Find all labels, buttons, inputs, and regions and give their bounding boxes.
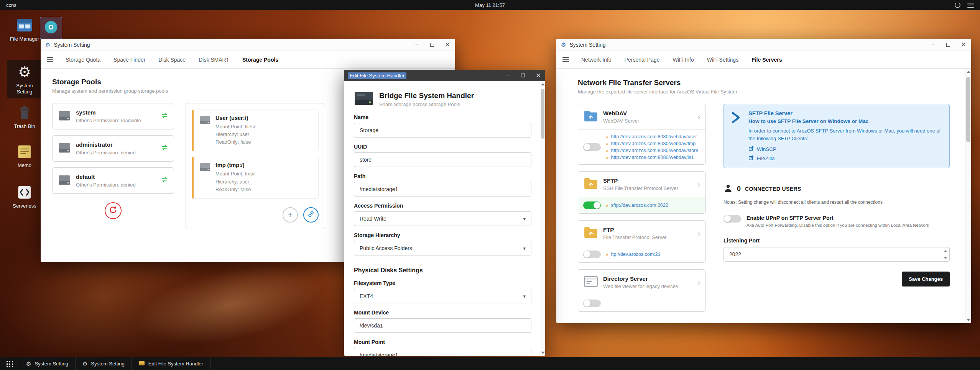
taskbar-separator [210, 357, 210, 370]
fs-handler-row[interactable]: tmp (tmp:/) Mount Point: tmp/ Hierarchy:… [192, 157, 319, 198]
close-button[interactable]: ✕ [535, 72, 541, 79]
refresh-pools-button[interactable] [105, 202, 122, 219]
tab-wifi-info[interactable]: WiFi Info [667, 51, 699, 68]
filesystem-type-select[interactable]: EXT4▾ [354, 289, 531, 303]
server-card-header[interactable]: WebDAV WebDAV Server › [578, 104, 705, 129]
gear-icon: ⚙ [45, 42, 50, 47]
storage-pool-row[interactable]: system Other's Permission: readwrite [52, 103, 174, 129]
titlebar[interactable]: ⚙ System Setting − ✕ [41, 39, 455, 51]
server-card-header[interactable]: SFTP SSH File Transfer Protocol Server › [578, 172, 705, 197]
tab-network-info[interactable]: Network Info [576, 51, 617, 68]
titlebar[interactable]: Edit File System Handler − ✕ [344, 70, 545, 81]
sidebar-toggle-icon[interactable] [47, 57, 53, 62]
save-changes-button[interactable]: Save Changes [902, 272, 950, 287]
tab-disk-smart[interactable]: Disk SMART [193, 51, 235, 68]
scrollbar-thumb[interactable] [966, 77, 970, 142]
scroll-down-icon[interactable] [541, 352, 545, 354]
desktop-icon-file-manager[interactable]: File Manager [8, 17, 41, 42]
desktop-icon-system-setting[interactable]: ⚙ System Setting [7, 60, 42, 98]
system-menu-icon[interactable] [967, 3, 974, 8]
app-launcher-icon[interactable] [6, 360, 13, 367]
minimize-button[interactable]: − [930, 42, 936, 48]
upnp-label: Enable UPnP on SFTP Server Port [747, 215, 929, 221]
maximize-button[interactable] [429, 42, 435, 48]
bridge-fs-handler-button[interactable] [303, 207, 319, 223]
desktop-icon-trash-bin[interactable]: Trash Bin [8, 104, 41, 129]
maximize-button[interactable] [520, 72, 526, 79]
desktop-icon-memo[interactable]: Memo [8, 143, 41, 169]
uuid-input[interactable]: store [354, 152, 531, 167]
sync-icon[interactable] [161, 177, 168, 185]
fs-handler-hierarchy: Hierarchy: user [215, 178, 255, 186]
sync-icon[interactable] [161, 144, 168, 152]
desktop-icon-serverless[interactable]: Serverless [8, 184, 41, 209]
external-link-icon [748, 146, 754, 152]
webdav-url[interactable]: http://dev.arozos.com:8080/webdav/user [611, 134, 697, 139]
upnp-toggle[interactable] [723, 215, 741, 223]
storage-pool-row[interactable]: administrator Other's Permission: denied [52, 135, 174, 162]
loading-spinner-icon[interactable] [955, 2, 960, 8]
close-button[interactable]: ✕ [960, 42, 967, 48]
webdav-toggle[interactable] [583, 143, 601, 151]
access-permission-select[interactable]: Read Write▾ [354, 211, 531, 226]
add-fs-handler-button[interactable]: + [283, 207, 298, 223]
tab-wifi-settings[interactable]: WiFi Settings [702, 51, 744, 68]
settings-tabbar: Storage Quota Space Finder Disk Space Di… [41, 51, 455, 69]
titlebar[interactable]: ⚙ System Setting − ✕ [556, 39, 971, 51]
taskbar-item-edit-fs-handler[interactable]: Edit File System Handler [132, 357, 210, 370]
tab-space-finder[interactable]: Space Finder [108, 51, 151, 68]
ftp-toggle[interactable] [583, 250, 601, 258]
directory-server-icon [584, 275, 598, 289]
listening-port-input[interactable]: 2022 [723, 247, 950, 262]
name-input[interactable]: Storage [354, 123, 531, 138]
sftp-toggle[interactable] [583, 201, 601, 209]
client-link-filezilla[interactable]: FileZilla [748, 155, 942, 162]
fs-handler-row[interactable]: User (user:/) Mount Point: files/ Hierar… [192, 110, 319, 151]
sidebar-toggle-icon[interactable] [562, 57, 569, 62]
webdav-url[interactable]: http://dev.arozos.com:8080/webdav/store [611, 148, 699, 153]
minimize-button[interactable]: − [505, 72, 511, 79]
storage-pool-row[interactable]: default Other's Permission: denied [52, 167, 174, 194]
mount-point-input[interactable]: /media/storage1 [354, 348, 531, 356]
webdav-url[interactable]: http://dev.arozos.com:8080/webdav/ls1 [611, 155, 694, 160]
tab-personal-page[interactable]: Personal Page [619, 51, 665, 68]
close-button[interactable]: ✕ [444, 42, 451, 48]
maximize-button[interactable] [945, 42, 951, 48]
drive-icon [139, 360, 145, 367]
client-link-winscp[interactable]: WinSCP [748, 146, 942, 152]
server-card-header[interactable]: FTP File Transfer Protocol Server › [578, 221, 705, 246]
taskbar: ⚙ System Setting ⚙ System Setting Edit F… [0, 357, 980, 370]
hard-drive-icon [199, 115, 211, 146]
minimize-button[interactable]: − [414, 42, 420, 48]
stepper-up-icon[interactable] [944, 250, 947, 252]
tab-storage-quota[interactable]: Storage Quota [60, 51, 106, 68]
stepper-down-icon[interactable] [944, 257, 947, 259]
directory-server-toggle[interactable] [583, 300, 601, 307]
sftp-url[interactable]: sftp://dev.arozos.com:2022 [611, 203, 668, 208]
tab-file-servers[interactable]: File Servers [746, 51, 787, 68]
mount-device-input[interactable]: /dev/sda1 [354, 318, 531, 333]
tab-disk-space[interactable]: Disk Space [153, 51, 191, 68]
tab-storage-pools[interactable]: Storage Pools [237, 51, 284, 68]
window-scrollbar[interactable] [540, 81, 545, 356]
desktop-icon-disc-selected[interactable] [40, 17, 62, 39]
taskbar-item-system-setting-2[interactable]: ⚙ System Setting [76, 357, 132, 370]
server-card-directory: Directory Server Web file viewer for leg… [578, 269, 706, 312]
storage-hierarchy-select[interactable]: Public Access Folders▾ [354, 241, 531, 255]
webdav-url[interactable]: http://dev.arozos.com:8080/webdav/tmp [611, 141, 696, 146]
number-stepper[interactable] [941, 247, 949, 261]
scroll-down-icon[interactable] [967, 319, 970, 321]
pool-name: administrator [76, 141, 136, 148]
scrollbar-thumb[interactable] [541, 89, 544, 139]
desktop-icon-label: System Setting [8, 83, 41, 95]
sync-icon[interactable] [161, 112, 168, 120]
scroll-up-icon[interactable] [541, 83, 545, 85]
window-scrollbar[interactable] [965, 69, 971, 323]
taskbar-item-system-setting-1[interactable]: ⚙ System Setting [19, 357, 75, 370]
server-card-header[interactable]: Directory Server Web file viewer for leg… [578, 270, 705, 295]
user-icon [723, 183, 733, 194]
ftp-url[interactable]: ftp://dev.arozos.com:21 [611, 252, 661, 257]
scroll-up-icon[interactable] [967, 71, 970, 73]
mount-point-label: Mount Point [354, 339, 531, 345]
path-input[interactable]: /media/storage1 [354, 182, 531, 196]
